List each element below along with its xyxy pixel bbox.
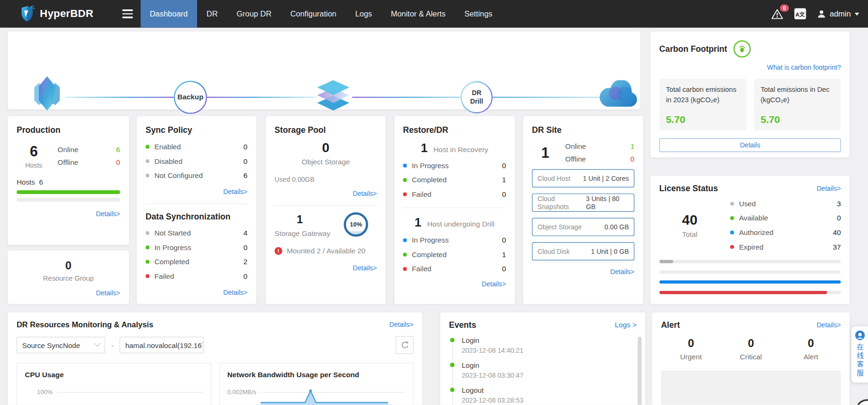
sync-policy-details-link[interactable]: Details> [223,188,248,195]
production-details-link[interactable]: Details> [96,210,120,218]
source-syncnode-select[interactable]: Source SyncNode [17,337,105,353]
license-status-card: License Status Details> 40 Total Used3 A… [651,176,850,304]
cpu-tick-100: 100% [25,389,57,395]
drill-completed-label: Completed [412,251,447,259]
cpu-chart-title: CPU Usage [25,371,203,379]
event-item: Login 2023-12-08 03:30:47 [450,361,637,380]
events-title: Events [449,320,476,330]
support-agent-icon [854,330,865,340]
sync-enabled-label: Enabled [155,143,181,151]
backup-step-label: Backup [177,93,203,102]
dr-drill-step-node: DR Drill [461,81,493,113]
storage-icon [314,79,353,114]
alert-notification-button[interactable]: 0 [771,8,783,19]
production-host-count: 6 [17,143,51,160]
nav-item-configuration[interactable]: Configuration [281,0,346,28]
recovery-in-progress-value: 0 [502,162,506,170]
drill-failed-label: Failed [412,265,432,273]
ds-completed-value: 2 [243,258,247,266]
chevron-down-icon [855,12,859,15]
nav-item-dashboard[interactable]: Dashboard [141,0,197,28]
host-drill-count: 1 [414,216,421,229]
resource-group-count: 0 [17,259,120,272]
dashboard-page: HyperBDR Dashboard DR Group DR Configura… [0,0,868,405]
object-storage-label: Object Storage [274,158,377,166]
dr-site-count: 1 [532,144,558,161]
ds-in-progress-label: In Progress [155,243,191,252]
monitoring-details-link[interactable]: Details> [389,321,413,328]
production-host-count-label: Hosts [17,162,51,169]
host-in-recovery-label: Host in Recovery [433,146,488,154]
license-available-bar [659,270,841,274]
carbon-details-button[interactable]: Details [659,138,841,152]
host-drill-label: Host undergoing Drill [427,220,495,228]
license-authorized-value: 40 [833,228,841,237]
flow-connector [352,97,461,97]
license-used-value: 3 [837,200,841,208]
production-card-title: Production [17,125,120,134]
network-chart-title: Network Bandwidth Usage per Second [227,371,405,379]
object-storage-used: Used 0.00GB [274,176,377,183]
events-scrollbar[interactable] [638,337,642,405]
sync-not-configured-label: Not Configured [155,171,203,180]
license-authorized-label: Authorized [739,228,773,237]
refresh-button[interactable] [396,336,413,354]
hamburger-menu-button[interactable] [122,9,132,18]
storage-gateway-details-link[interactable]: Details> [353,264,377,272]
events-card: Events Logs > Login 2023-12-08 14:40:21 … [440,312,645,405]
drill-in-progress-label: In Progress [412,236,449,244]
nav-item-dr[interactable]: DR [197,0,227,28]
data-sync-title: Data Synchronization [146,212,248,221]
production-site-icon [31,76,63,113]
data-sync-details-link[interactable]: Details> [223,289,248,296]
license-used-bar [659,260,841,263]
restore-dr-details-link[interactable]: Details> [482,280,506,288]
language-switch-icon[interactable]: A文 [794,8,806,19]
recovery-in-progress-label: In Progress [412,162,449,170]
event-time: 2023-12-08 03:30:47 [462,372,637,379]
production-hosts-progress-track [17,198,120,202]
cloud-snapshots-label: Cloud Snapshots [537,195,586,211]
nav-item-settings[interactable]: Settings [455,0,502,28]
license-used-label: Used [739,200,756,208]
resource-group-card: 0 Resource Group Details> [8,251,129,304]
error-exclamation-icon: ! [274,247,282,254]
cloud-snapshots-value: 3 Units | 80 GB [586,195,629,211]
dr-site-online-value: 1 [630,142,634,151]
alert-details-link[interactable]: Details> [817,321,841,329]
critical-count: 0 [721,337,781,350]
what-is-carbon-footprint-link[interactable]: What is carbon footprint? [767,64,841,71]
dr-flow-banner: Backup DR Drill [8,32,640,110]
brand[interactable]: HyperBDR [20,6,93,22]
object-storage-details-link[interactable]: Details> [353,190,377,197]
sync-not-configured-value: 6 [243,171,247,180]
top-nav-bar: HyperBDR Dashboard DR Group DR Configura… [0,0,868,28]
online-support-widget[interactable]: 在线客服 [851,326,868,383]
license-details-link[interactable]: Details> [817,185,841,192]
nav-item-logs[interactable]: Logs [346,0,381,28]
event-label: Logout [462,386,637,395]
nav-item-group-dr[interactable]: Group DR [227,0,281,28]
nav-right-area: 0 A文 admin [771,8,868,19]
restore-dr-card: Restore/DR 1 Host in Recovery In Progres… [394,116,515,304]
resource-group-details-link[interactable]: Details> [96,289,120,297]
alert-title: Alert [661,320,680,330]
event-item: Logout 2023-12-08 03:28:53 [450,386,637,405]
floating-action-button-partial[interactable] [856,399,868,405]
alert-count-badge: 0 [780,4,789,11]
event-label: Login [462,336,637,345]
dr-site-card: DR Site 1 Online 1 Offline 0 Cloud Host … [523,116,644,304]
dr-site-details-link[interactable]: Details> [610,268,634,275]
license-total-label: Total [659,230,720,238]
cloud-host-value: 1 Unit | 2 Cores [583,174,629,182]
sync-disabled-label: Disabled [155,157,182,165]
ds-in-progress-value: 0 [243,243,247,252]
user-menu[interactable]: admin [817,9,859,18]
events-logs-link[interactable]: Logs > [615,321,637,329]
username: admin [830,9,851,18]
nav-item-monitor-alerts[interactable]: Monitor & Alerts [381,0,455,28]
sync-policy-card: Sync Policy Enabled0 Disabled0 Not Confi… [137,116,256,304]
node-select[interactable]: hamal.novalocal(192.16 [120,337,204,353]
ds-completed-label: Completed [155,258,190,266]
ds-not-started-label: Not Started [155,229,191,237]
